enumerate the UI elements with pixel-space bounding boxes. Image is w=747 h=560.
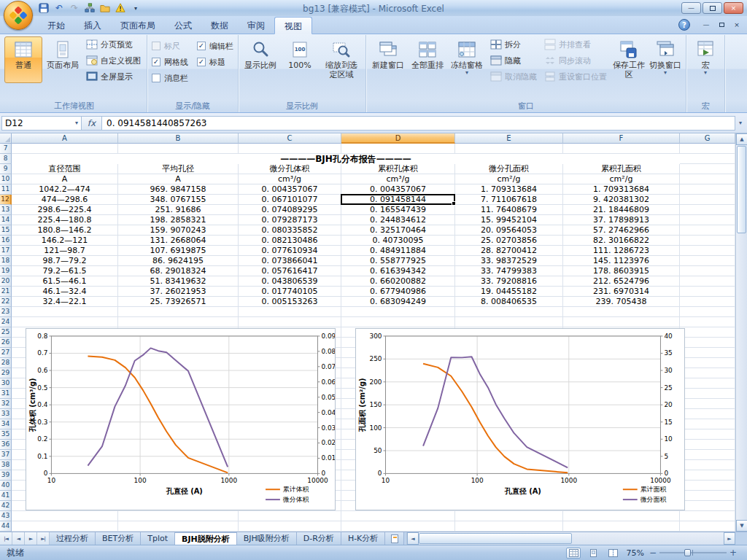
cell-D15[interactable]: 0. 325170464 bbox=[341, 225, 455, 236]
cell-D18[interactable]: 0. 558777925 bbox=[341, 256, 455, 266]
column-header-F[interactable]: F bbox=[563, 133, 680, 144]
cell-D13[interactable]: 0. 165547439 bbox=[341, 205, 455, 215]
cell-F23[interactable] bbox=[563, 307, 680, 317]
minimize-button[interactable]: — bbox=[681, 2, 701, 14]
cell-F20[interactable]: 212. 6524796 bbox=[563, 276, 680, 287]
row-header-44[interactable]: 44 bbox=[0, 521, 12, 532]
cell-E16[interactable]: 25. 02703856 bbox=[455, 236, 563, 246]
hide-button[interactable]: 隐藏 bbox=[487, 52, 540, 69]
cell-E11[interactable]: 1. 709313684 bbox=[455, 184, 563, 195]
cell-E10[interactable]: cm²/g bbox=[455, 174, 563, 184]
cell-G36[interactable] bbox=[680, 440, 735, 450]
cell-C17[interactable]: 0. 077610934 bbox=[239, 246, 341, 256]
cell-F19[interactable]: 178. 8603915 bbox=[563, 266, 680, 276]
column-header-A[interactable]: A bbox=[12, 133, 118, 144]
cell-A21[interactable]: 46.1—32.4 bbox=[12, 287, 118, 297]
zoom-100-button[interactable]: 100 100% bbox=[281, 36, 319, 83]
cell-G20[interactable] bbox=[680, 276, 735, 287]
cell-D23[interactable] bbox=[341, 307, 455, 317]
cell-A44[interactable] bbox=[12, 521, 118, 532]
cell-G31[interactable] bbox=[680, 389, 735, 399]
sheet-tab-6[interactable]: H-K分析 bbox=[341, 532, 385, 545]
insert-function-button[interactable]: fx bbox=[82, 116, 102, 131]
cell-D17[interactable]: 0. 484911884 bbox=[341, 246, 455, 256]
page-break-preview-button[interactable]: 分页预览 bbox=[83, 36, 144, 52]
row-header-34[interactable]: 34 bbox=[0, 419, 12, 429]
zoom-out-icon[interactable]: − bbox=[649, 549, 657, 556]
cell-E9[interactable]: 微分孔面积 bbox=[455, 164, 563, 174]
sheet-tab-5[interactable]: D-R分析 bbox=[297, 532, 341, 545]
cell-E19[interactable]: 33. 74799383 bbox=[455, 266, 563, 276]
row-header-14[interactable]: 14 bbox=[0, 215, 12, 225]
normal-view-button[interactable]: 普通 bbox=[4, 36, 42, 83]
row-header-11[interactable]: 11 bbox=[0, 184, 12, 195]
cell-C44[interactable] bbox=[239, 521, 341, 532]
scroll-right-icon[interactable]: ► bbox=[724, 532, 735, 545]
cell-E22[interactable]: 8. 008406535 bbox=[455, 297, 563, 307]
select-all-corner[interactable] bbox=[0, 133, 12, 144]
name-box[interactable]: D12 ▾ bbox=[1, 116, 82, 131]
cell-A43[interactable] bbox=[12, 511, 118, 521]
sheet-tab-3[interactable]: BJH脱附分析 bbox=[175, 532, 237, 545]
cell-G25[interactable] bbox=[680, 327, 735, 338]
cell-C24[interactable] bbox=[239, 317, 341, 327]
cell-G7[interactable] bbox=[680, 144, 735, 154]
cell-A11[interactable]: 1042.2—474 bbox=[12, 184, 118, 195]
cell-B17[interactable]: 107. 6919875 bbox=[118, 246, 239, 256]
scroll-up-icon[interactable]: ▲ bbox=[736, 133, 747, 145]
save-icon[interactable] bbox=[38, 2, 50, 14]
cell-B14[interactable]: 198. 2858321 bbox=[118, 215, 239, 225]
cell-C19[interactable]: 0. 057616417 bbox=[239, 266, 341, 276]
cell-A18[interactable]: 98.7—79.2 bbox=[12, 256, 118, 266]
cell-G12[interactable] bbox=[680, 195, 735, 205]
cell-F12[interactable]: 9. 420381302 bbox=[563, 195, 680, 205]
cell-B10[interactable]: A bbox=[118, 174, 239, 184]
cell-C9[interactable]: 微分孔体积 bbox=[239, 164, 341, 174]
cell-E24[interactable] bbox=[455, 317, 563, 327]
cell-G18[interactable] bbox=[680, 256, 735, 266]
qat-customize-icon[interactable]: ▾ bbox=[130, 2, 142, 14]
cell-G24[interactable] bbox=[680, 317, 735, 327]
cell-B7[interactable] bbox=[118, 144, 239, 154]
cell-D9[interactable]: 累积孔体积 bbox=[341, 164, 455, 174]
cell-A19[interactable]: 79.2—61.5 bbox=[12, 266, 118, 276]
vertical-scrollbar[interactable]: ▲ ▼ bbox=[735, 133, 747, 532]
cell-G29[interactable] bbox=[680, 368, 735, 378]
cell-G35[interactable] bbox=[680, 429, 735, 440]
cell-E15[interactable]: 20. 09564053 bbox=[455, 225, 563, 236]
row-header-42[interactable]: 42 bbox=[0, 501, 12, 511]
row-header-20[interactable]: 20 bbox=[0, 276, 12, 287]
row-header-10[interactable]: 10 bbox=[0, 174, 12, 184]
cell-E13[interactable]: 11. 76408679 bbox=[455, 205, 563, 215]
full-screen-button[interactable]: 全屏显示 bbox=[83, 69, 144, 85]
previous-sheet-button[interactable]: ◄ bbox=[12, 532, 25, 545]
cell-D20[interactable]: 0. 660200882 bbox=[341, 276, 455, 287]
zoom-slider-thumb[interactable] bbox=[684, 549, 691, 556]
zoom-in-icon[interactable]: + bbox=[729, 549, 737, 556]
page-break-preview-shortcut[interactable] bbox=[605, 548, 620, 559]
column-header-G[interactable]: G bbox=[680, 133, 735, 144]
cell-G37[interactable] bbox=[680, 450, 735, 460]
row-header-23[interactable]: 23 bbox=[0, 307, 12, 317]
sheet-tab-2[interactable]: Tplot bbox=[141, 532, 175, 545]
reset-window-position-button[interactable]: 重设窗口位置 bbox=[541, 69, 610, 85]
cell-C14[interactable]: 0. 079287173 bbox=[239, 215, 341, 225]
report-title-cell[interactable]: ————BJH孔分布报告———— bbox=[12, 154, 680, 164]
cell-D44[interactable] bbox=[341, 521, 455, 532]
cell-A7[interactable] bbox=[12, 144, 118, 154]
diagram-icon[interactable] bbox=[84, 2, 96, 14]
cell-B19[interactable]: 68. 29018324 bbox=[118, 266, 239, 276]
cell-B16[interactable]: 131. 2668064 bbox=[118, 236, 239, 246]
cell-E43[interactable] bbox=[455, 511, 563, 521]
cell-A10[interactable]: A bbox=[12, 174, 118, 184]
undo-icon[interactable]: ↶ bbox=[53, 2, 65, 14]
cell-F7[interactable] bbox=[563, 144, 680, 154]
cell-G14[interactable] bbox=[680, 215, 735, 225]
cell-E18[interactable]: 33. 98372529 bbox=[455, 256, 563, 266]
cell-E23[interactable] bbox=[455, 307, 563, 317]
arrange-all-button[interactable]: 全部重排 bbox=[409, 36, 446, 83]
cell-E44[interactable] bbox=[455, 521, 563, 532]
last-sheet-button[interactable]: ►| bbox=[37, 532, 50, 545]
row-header-17[interactable]: 17 bbox=[0, 246, 12, 256]
row-header-12[interactable]: 12 bbox=[0, 195, 12, 205]
